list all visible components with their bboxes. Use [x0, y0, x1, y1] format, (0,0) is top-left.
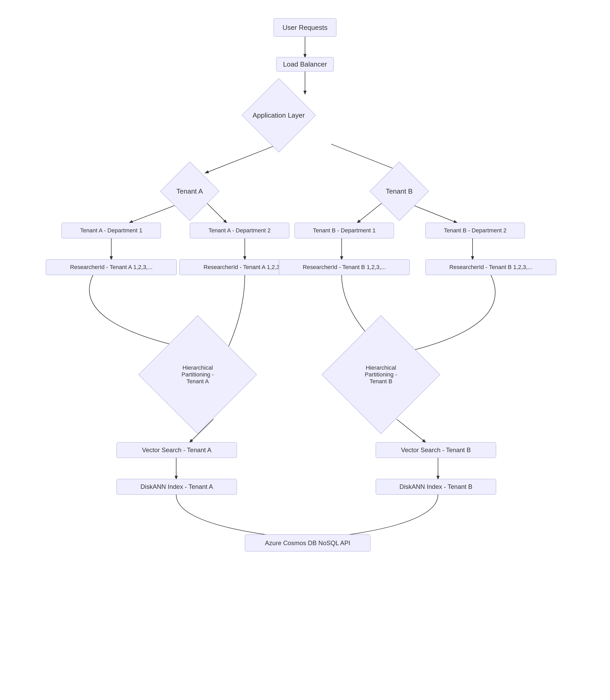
load-balancer-node: Load Balancer — [276, 57, 334, 72]
user-requests-node: User Requests — [274, 18, 336, 37]
researcher-b2-node: ResearcherId - Tenant B 1,2,3,... — [426, 259, 556, 275]
svg-line-2 — [206, 144, 279, 173]
researcher-b1-node: ResearcherId - Tenant B 1,2,3,... — [279, 259, 410, 275]
vector-search-a-node: Vector Search - Tenant A — [116, 442, 237, 458]
diskann-b-node: DiskANN Index - Tenant B — [376, 479, 496, 495]
svg-line-13 — [397, 419, 426, 442]
azure-cosmos-node: Azure Cosmos DB NoSQL API — [245, 534, 370, 551]
svg-line-6 — [357, 202, 384, 223]
tenant-a-node: Tenant A — [160, 162, 220, 221]
vector-search-b-node: Vector Search - Tenant B — [376, 442, 496, 458]
hier-part-b-node: Hierarchical Partitioning - Tenant B — [322, 315, 440, 434]
hier-part-a-node: Hierarchical Partitioning - Tenant A — [139, 315, 257, 434]
application-layer-node: Application Layer — [242, 78, 316, 153]
svg-line-5 — [206, 202, 226, 223]
tenant-a-dept1-node: Tenant A - Department 1 — [62, 223, 161, 238]
diskann-a-node: DiskANN Index - Tenant A — [116, 479, 237, 495]
architecture-diagram: User Requests Load Balancer Application … — [17, 11, 593, 691]
tenant-b-dept2-node: Tenant B - Department 2 — [426, 223, 525, 238]
researcher-a1-node: ResearcherId - Tenant A 1,2,3,... — [46, 259, 177, 275]
tenant-b-dept1-node: Tenant B - Department 1 — [294, 223, 394, 238]
tenant-b-node: Tenant B — [370, 162, 429, 221]
tenant-a-dept2-node: Tenant A - Department 2 — [190, 223, 289, 238]
